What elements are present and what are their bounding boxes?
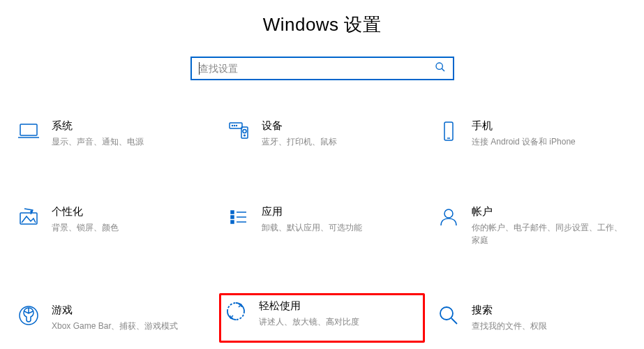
category-title: 应用 [262,205,362,218]
category-system[interactable]: 系统 显示、声音、通知、电源 [14,115,210,152]
personalization-icon [17,205,40,229]
category-ease-of-access[interactable]: 轻松使用 讲述人、放大镜、高对比度 [219,293,425,343]
category-gaming[interactable]: 游戏 Xbox Game Bar、捕获、游戏模式 [14,299,210,336]
header: Windows 设置 [0,0,644,37]
svg-rect-16 [231,216,234,218]
gaming-icon [17,304,40,327]
search-box[interactable] [190,57,454,80]
category-desc: 背景、锁屏、颜色 [52,221,119,234]
category-title: 设备 [262,119,337,133]
svg-point-10 [244,135,246,136]
svg-line-24 [451,318,457,324]
category-text: 游戏 Xbox Game Bar、捕获、游戏模式 [52,304,178,332]
category-desc: Xbox Game Bar、捕获、游戏模式 [52,320,178,332]
category-title: 帐户 [472,205,627,218]
search-icon [435,61,446,75]
category-text: 系统 显示、声音、通知、电源 [52,119,144,148]
search-cursor [199,62,200,75]
svg-point-21 [444,209,453,218]
category-text: 轻松使用 讲述人、放大镜、高对比度 [259,299,359,328]
category-title: 手机 [472,119,576,133]
categories-grid: 系统 显示、声音、通知、电源 设备 蓝牙、打印机、鼠标 [0,115,644,336]
category-title: 搜索 [472,304,547,317]
category-personalization[interactable]: 个性化 背景、锁屏、颜色 [14,201,210,251]
category-phone[interactable]: 手机 连接 Android 设备和 iPhone [434,115,630,152]
category-title: 游戏 [52,304,178,317]
svg-rect-2 [20,124,37,135]
category-title: 轻松使用 [259,299,359,313]
category-desc: 你的帐户、电子邮件、同步设置、工作、家庭 [472,221,627,246]
category-text: 手机 连接 Android 设备和 iPhone [472,119,576,148]
category-desc: 显示、声音、通知、电源 [52,135,144,148]
search-category-icon [437,304,460,327]
category-desc: 连接 Android 设备和 iPhone [472,135,576,148]
svg-point-0 [436,63,442,69]
svg-point-14 [31,211,32,212]
svg-rect-11 [444,122,453,140]
category-desc: 卸载、默认应用、可选功能 [262,221,362,234]
category-text: 设备 蓝牙、打印机、鼠标 [262,119,337,148]
category-desc: 查找我的文件、权限 [472,320,547,332]
ease-of-access-icon [224,299,248,323]
category-title: 个性化 [52,205,119,218]
apps-icon [227,205,250,229]
svg-point-7 [237,126,237,126]
svg-rect-17 [231,221,234,223]
accounts-icon [437,205,460,229]
category-accounts[interactable]: 帐户 你的帐户、电子邮件、同步设置、工作、家庭 [434,201,630,251]
svg-rect-15 [231,211,234,214]
category-text: 帐户 你的帐户、电子邮件、同步设置、工作、家庭 [472,205,627,246]
category-apps[interactable]: 应用 卸载、默认应用、可选功能 [224,201,420,251]
svg-point-6 [234,126,235,126]
svg-line-1 [442,68,444,71]
category-devices[interactable]: 设备 蓝牙、打印机、鼠标 [224,115,420,152]
laptop-icon [17,119,40,143]
category-text: 搜索 查找我的文件、权限 [472,304,547,332]
category-title: 系统 [52,119,144,133]
search-container [0,57,644,80]
category-desc: 蓝牙、打印机、鼠标 [262,135,337,148]
category-search[interactable]: 搜索 查找我的文件、权限 [434,299,630,336]
svg-point-5 [232,126,233,126]
category-text: 应用 卸载、默认应用、可选功能 [262,205,362,234]
category-desc: 讲述人、放大镜、高对比度 [259,315,359,328]
svg-point-23 [440,307,453,320]
phone-icon [437,119,460,143]
page-title: Windows 设置 [0,13,644,37]
devices-icon [227,119,250,143]
category-text: 个性化 背景、锁屏、颜色 [52,205,119,234]
search-input[interactable] [199,63,435,74]
svg-point-9 [243,130,246,133]
